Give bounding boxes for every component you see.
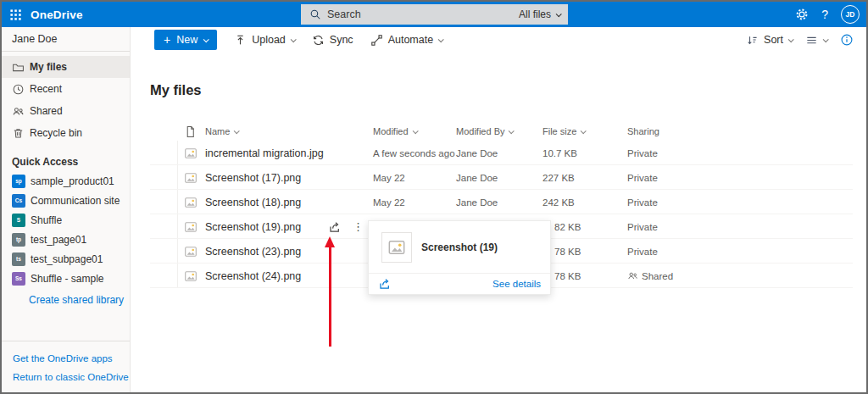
- sharing-cell: Private: [627, 197, 866, 208]
- chevron-down-icon: [581, 128, 587, 134]
- file-name[interactable]: Screenshot (18).png: [205, 197, 301, 208]
- chevron-down-icon: [556, 11, 562, 17]
- return-classic-link[interactable]: Return to classic OneDrive: [13, 372, 130, 382]
- quick-access-list: sp sample_product01 Cs Communication sit…: [2, 171, 130, 288]
- automate-button[interactable]: Automate: [370, 34, 443, 47]
- chevron-down-icon: [438, 36, 444, 42]
- search-scope-value: All files: [519, 8, 551, 20]
- sidebar-item-shared[interactable]: Shared: [2, 100, 130, 122]
- image-file-icon: [184, 220, 205, 234]
- more-options-icon[interactable]: ⋮: [353, 221, 364, 232]
- chevron-down-icon: [509, 128, 515, 134]
- sort-button[interactable]: Sort: [746, 34, 793, 47]
- site-icon: Cs: [12, 194, 25, 208]
- column-header-sharing[interactable]: Sharing: [627, 126, 866, 136]
- annotation-arrow-line: [329, 247, 331, 347]
- people-icon: [627, 270, 638, 281]
- page-title: My files: [150, 82, 202, 98]
- chevron-down-icon: [788, 36, 794, 42]
- modified-cell: May 22: [373, 173, 456, 183]
- get-onedrive-apps-link[interactable]: Get the OneDrive apps: [13, 353, 130, 363]
- file-name[interactable]: Screenshot (17).png: [205, 172, 301, 184]
- sidebar-item-recent[interactable]: Recent: [2, 78, 130, 100]
- modified-cell: May 22: [373, 197, 456, 208]
- file-name[interactable]: Screenshot (19).png: [205, 221, 301, 233]
- view-options-button[interactable]: [805, 34, 827, 47]
- modified-by-cell: Jane Doe: [456, 148, 542, 158]
- chevron-down-icon: [234, 128, 240, 134]
- image-file-icon: [184, 269, 205, 283]
- modified-by-cell: Jane Doe: [456, 173, 542, 183]
- sidebar: Jane Doe My files Recent Shared Recycle …: [2, 27, 131, 392]
- create-shared-library-link[interactable]: Create shared library: [29, 294, 130, 306]
- chevron-down-icon: [412, 128, 418, 134]
- file-size-cell: 227 KB: [542, 173, 627, 183]
- modified-cell: A few seconds ago: [373, 148, 456, 158]
- callout-footer: See details: [369, 273, 550, 294]
- image-file-icon: [184, 171, 205, 185]
- command-bar: + New Upload Sync Automate Sort: [131, 27, 866, 53]
- settings-icon[interactable]: [795, 8, 809, 21]
- table-row[interactable]: Screenshot (17).png ⋮ May 22 Jane Doe 22…: [131, 165, 866, 190]
- quick-access-item[interactable]: tp test_page01: [2, 230, 130, 249]
- app-title[interactable]: OneDrive: [31, 8, 83, 21]
- search-scope-dropdown[interactable]: All files: [519, 8, 568, 20]
- table-row[interactable]: incremental migration.jpg ⋮ A few second…: [131, 141, 866, 165]
- image-file-icon: [184, 147, 205, 160]
- search-input[interactable]: [327, 8, 519, 20]
- site-icon: Ss: [12, 272, 25, 286]
- column-header-name[interactable]: Name: [205, 126, 373, 136]
- quick-access-item[interactable]: ts test_subpage01: [2, 249, 130, 269]
- file-name[interactable]: Screenshot (24).png: [205, 270, 301, 282]
- command-bar-right: Sort: [746, 33, 866, 47]
- search-box[interactable]: All files: [301, 4, 568, 25]
- file-size-cell: 242 KB: [542, 197, 627, 208]
- column-header-file-size[interactable]: File size: [542, 126, 627, 136]
- file-name[interactable]: incremental migration.jpg: [205, 147, 324, 159]
- search-icon: [309, 8, 321, 20]
- onedrive-window: OneDrive All files ? JD Jane Doe My file…: [0, 0, 868, 394]
- upload-button[interactable]: Upload: [234, 34, 295, 47]
- plus-icon: +: [164, 33, 170, 47]
- file-size-cell: 78 KB: [542, 247, 627, 257]
- image-file-icon: [184, 245, 205, 258]
- avatar[interactable]: JD: [841, 5, 860, 24]
- sharing-cell: Private: [627, 148, 866, 158]
- see-details-link[interactable]: See details: [492, 279, 541, 289]
- modified-by-cell: Jane Doe: [456, 197, 542, 208]
- info-icon: [840, 33, 854, 47]
- quick-access-item[interactable]: S Shuffle: [2, 210, 130, 230]
- callout-body: Screenshot (19): [369, 221, 550, 263]
- site-icon: S: [12, 214, 25, 227]
- file-type-column-icon[interactable]: [184, 125, 205, 138]
- chevron-down-icon: [290, 36, 296, 42]
- sidebar-item-my-files[interactable]: My files: [2, 56, 130, 78]
- new-button[interactable]: + New: [154, 30, 217, 50]
- sharing-cell: Private: [627, 173, 866, 183]
- help-icon[interactable]: ?: [821, 8, 828, 21]
- table-row[interactable]: Screenshot (18).png ⋮ May 22 Jane Doe 24…: [131, 190, 866, 214]
- file-thumbnail: [381, 232, 412, 263]
- column-header-modified[interactable]: Modified: [373, 126, 456, 136]
- sharing-cell: Private: [627, 247, 866, 257]
- quick-access-item[interactable]: Ss Shuffle - sample: [2, 269, 130, 288]
- site-icon: tp: [12, 233, 25, 247]
- sync-button[interactable]: Sync: [312, 34, 353, 47]
- sharing-cell: Shared: [627, 270, 866, 281]
- site-icon: ts: [12, 252, 25, 266]
- image-file-icon: [184, 196, 205, 209]
- file-size-cell: 78 KB: [542, 271, 627, 281]
- details-pane-button[interactable]: [840, 33, 854, 47]
- quick-access-item[interactable]: sp sample_product01: [2, 171, 130, 191]
- share-icon[interactable]: [378, 277, 392, 291]
- suite-header: OneDrive All files ? JD: [2, 2, 866, 27]
- sidebar-item-recycle-bin[interactable]: Recycle bin: [2, 122, 130, 144]
- column-header-modified-by[interactable]: Modified By: [456, 126, 542, 136]
- chevron-down-icon: [823, 36, 829, 42]
- chevron-down-icon: [203, 36, 209, 42]
- share-icon[interactable]: [328, 220, 342, 234]
- app-launcher-icon[interactable]: [2, 2, 29, 27]
- file-name[interactable]: Screenshot (23).png: [205, 246, 301, 258]
- quick-access-item[interactable]: Cs Communication site: [2, 191, 130, 210]
- quick-access-title: Quick Access: [12, 156, 130, 168]
